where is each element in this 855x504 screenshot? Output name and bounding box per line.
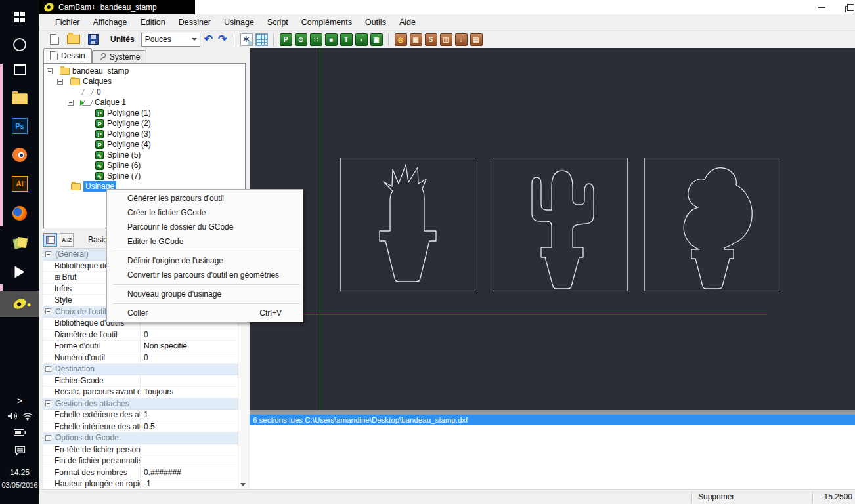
stamp-square-3[interactable] bbox=[644, 158, 779, 291]
collapse-icon[interactable] bbox=[47, 68, 53, 74]
draw-circle-button[interactable]: ⊙ bbox=[295, 33, 307, 46]
cortana-button[interactable] bbox=[0, 32, 39, 58]
drill-op-button[interactable]: ↓ bbox=[455, 33, 468, 46]
minimize-button[interactable] bbox=[812, 0, 831, 14]
redo-button[interactable]: ↷ bbox=[218, 34, 227, 45]
categorized-view-button[interactable] bbox=[43, 233, 57, 247]
collapse-icon[interactable] bbox=[57, 79, 63, 85]
menu-item-creer-gcode[interactable]: Créer le fichier GCode bbox=[107, 205, 303, 220]
tree-item-spline-7[interactable]: Spline (7) bbox=[44, 171, 245, 181]
battery-status[interactable] bbox=[0, 425, 39, 440]
open-file-button[interactable] bbox=[67, 35, 80, 44]
menu-complements[interactable]: Compléments bbox=[295, 15, 359, 30]
start-button[interactable] bbox=[0, 4, 39, 30]
draw-arc-button[interactable]: ◗ bbox=[355, 33, 368, 46]
collapse-icon[interactable] bbox=[68, 100, 74, 106]
clock-date[interactable]: 03/05/2016 bbox=[0, 480, 39, 490]
menu-item-generer-parcours[interactable]: Générer les parcours d'outil bbox=[107, 191, 303, 205]
draw-surface-button[interactable]: ▣ bbox=[370, 33, 383, 46]
action-center-button[interactable] bbox=[0, 442, 39, 458]
menu-item-parcourir-dossier-gcode[interactable]: Parcourir le dossier du GCode bbox=[107, 220, 303, 234]
tree-item-spline-6[interactable]: Spline (6) bbox=[44, 160, 245, 171]
property-row[interactable]: Format des nombres0.####### bbox=[43, 467, 238, 479]
property-category[interactable]: Destination bbox=[43, 364, 238, 375]
menu-item-definir-origine[interactable]: Définir l'origine de l'usinage bbox=[107, 253, 303, 268]
property-row[interactable]: En-tête de fichier personnalisé bbox=[43, 444, 238, 456]
property-row[interactable]: Hauteur plongée en rapide-1 bbox=[43, 478, 238, 490]
illustrator-button[interactable]: Ai bbox=[0, 171, 39, 197]
menu-edition[interactable]: Edition bbox=[133, 15, 171, 30]
engrave-op-button[interactable]: S bbox=[425, 33, 437, 46]
horizontal-splitter[interactable] bbox=[250, 410, 855, 415]
tree-item-polyligne-2[interactable]: Polyligne (2) bbox=[44, 118, 245, 129]
log-selected-line[interactable]: 6 sections lues C:\Users\amandine\Deskto… bbox=[250, 415, 855, 425]
tree-item-polyligne-3[interactable]: Polyligne (3) bbox=[44, 129, 245, 139]
property-category[interactable]: Options du Gcode bbox=[43, 432, 238, 444]
drawing-canvas[interactable] bbox=[250, 48, 855, 410]
menu-item-nouveau-groupe[interactable]: Nouveau groupe d'usinage bbox=[107, 287, 303, 301]
property-category[interactable]: Gestion des attaches bbox=[43, 398, 238, 410]
tree-item-file[interactable]: bandeau_stamp bbox=[44, 66, 245, 76]
cambam-taskbar-button[interactable] bbox=[0, 291, 39, 317]
tree-item-calques[interactable]: Calques bbox=[44, 76, 245, 87]
draw-points-button[interactable]: ∷ bbox=[310, 33, 322, 46]
menu-usinage[interactable]: Usinage bbox=[217, 15, 261, 30]
new-file-button[interactable] bbox=[50, 34, 59, 45]
profile-op-button[interactable]: ◎ bbox=[395, 33, 407, 46]
photoshop-button[interactable]: Ps bbox=[0, 113, 39, 139]
units-combobox[interactable]: Pouces bbox=[141, 33, 200, 47]
task-view-button[interactable] bbox=[0, 56, 39, 83]
alphabetical-view-button[interactable]: A↓Z bbox=[60, 233, 74, 247]
blender-button[interactable] bbox=[0, 142, 39, 168]
menu-item-coller[interactable]: CollerCtrl+V bbox=[107, 306, 303, 320]
property-row[interactable]: Numéro d'outil0 bbox=[43, 352, 238, 364]
undo-button[interactable]: ↶ bbox=[204, 34, 213, 45]
collapse-icon[interactable] bbox=[45, 308, 51, 314]
property-row[interactable]: Fichier Gcode bbox=[43, 375, 238, 387]
gcode-op-button[interactable]: ▤ bbox=[470, 33, 483, 46]
save-file-button[interactable] bbox=[88, 34, 99, 45]
menu-aide[interactable]: Aide bbox=[393, 15, 422, 30]
tree-item-calque-1[interactable]: Calque 1 bbox=[44, 97, 245, 108]
restore-button[interactable] bbox=[843, 2, 855, 14]
menu-script[interactable]: Script bbox=[261, 15, 295, 30]
stamp-square-2[interactable] bbox=[493, 158, 628, 291]
menu-item-editer-gcode[interactable]: Editer le GCode bbox=[107, 234, 303, 249]
collapse-icon[interactable] bbox=[45, 400, 51, 406]
property-row[interactable]: Echelle intérieure des attaches0.5 bbox=[43, 421, 238, 433]
menu-fichier[interactable]: Fichier bbox=[49, 15, 87, 30]
tree-item-polyligne-4[interactable]: Polyligne (4) bbox=[44, 139, 245, 150]
draw-polyline-button[interactable]: P bbox=[280, 33, 292, 46]
collapse-icon[interactable] bbox=[45, 251, 51, 257]
collapse-icon[interactable] bbox=[45, 435, 51, 441]
pocket-op-button[interactable]: ▣ bbox=[410, 33, 422, 46]
collapse-icon[interactable] bbox=[45, 366, 51, 372]
tab-dessin[interactable]: Dessin bbox=[43, 48, 92, 63]
grid-toggle-button[interactable] bbox=[255, 33, 268, 46]
clock-time[interactable]: 14:25 bbox=[0, 467, 39, 478]
file-explorer-button[interactable] bbox=[0, 85, 39, 112]
tree-item-spline-5[interactable]: Spline (5) bbox=[44, 150, 245, 160]
tray-sound-network[interactable] bbox=[0, 408, 39, 424]
menu-item-convertir-parcours[interactable]: Convertir les parcours d'outil en géomét… bbox=[107, 268, 303, 282]
property-row[interactable]: Diamètre de l'outil0 bbox=[43, 329, 238, 341]
stamp-square-1[interactable] bbox=[340, 158, 475, 291]
property-row[interactable]: Fin de fichier personnalisée bbox=[43, 455, 238, 467]
tab-systeme[interactable]: Système bbox=[92, 50, 147, 63]
firefox-button[interactable] bbox=[0, 200, 39, 226]
profile3d-op-button[interactable]: ◫ bbox=[440, 33, 452, 46]
property-row[interactable]: Forme d'outilNon spécifié bbox=[43, 341, 238, 352]
property-row[interactable]: Echelle extérieure des attaches1 bbox=[43, 410, 238, 421]
property-row[interactable]: Recalc. parcours avant écritureToujours bbox=[43, 387, 238, 398]
snap-points-button[interactable]: ∗ bbox=[240, 33, 253, 46]
menu-affichage[interactable]: Affichage bbox=[87, 15, 134, 30]
menu-dessiner[interactable]: Dessiner bbox=[172, 15, 217, 30]
show-hidden-icons-button[interactable]: > bbox=[0, 394, 39, 407]
menu-outils[interactable]: Outils bbox=[359, 15, 393, 30]
notes-app-button[interactable] bbox=[0, 230, 39, 256]
draw-text-button[interactable]: T bbox=[340, 33, 353, 46]
unity-button[interactable] bbox=[0, 259, 39, 285]
draw-rectangle-button[interactable]: ■ bbox=[325, 33, 338, 46]
tree-item-polyligne-1[interactable]: Polyligne (1) bbox=[44, 108, 245, 118]
tree-item-layer-0[interactable]: 0 bbox=[44, 87, 245, 97]
